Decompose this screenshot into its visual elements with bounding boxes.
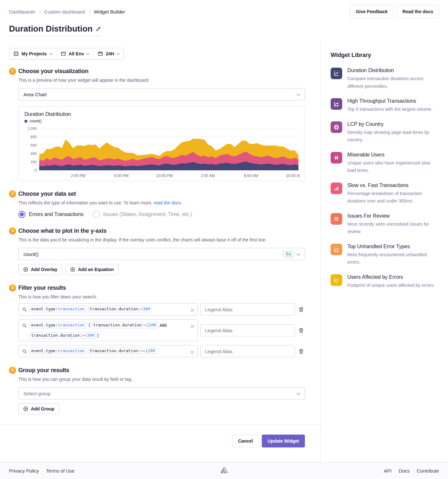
widget-library-item[interactable]: LCP by CountryDensity map showing page l…: [331, 121, 439, 144]
clear-filter-icon[interactable]: [190, 324, 194, 330]
delete-filter-button[interactable]: [297, 348, 305, 355]
radio-selected-icon: [18, 211, 25, 218]
search-token[interactable]: event.type:transaction: [30, 348, 86, 354]
environment-filter[interactable]: All Env: [56, 48, 93, 59]
radio-errors-and-transactions[interactable]: Errors and Transactions: [18, 211, 84, 218]
svg-text:6:00 AM: 6:00 AM: [244, 174, 258, 178]
widget-library-item-title: LCP by Country: [347, 121, 439, 127]
widget-library-item[interactable]: Miserable UsersUnique users who have exp…: [331, 152, 439, 174]
search-token[interactable]: transaction.duration:<300: [88, 306, 152, 312]
update-widget-button[interactable]: Update Widget: [262, 435, 305, 447]
group-select-placeholder: Select group: [23, 391, 50, 396]
widget-library-item[interactable]: Duration DistributionCompare transaction…: [331, 68, 439, 90]
docs-link[interactable]: Docs: [399, 468, 410, 474]
step-dataset: 2 Choose your data set This reflects the…: [9, 191, 305, 218]
step-dataset-subtitle: This reflects the type of information yo…: [18, 200, 305, 205]
legend-alias-input[interactable]: [200, 303, 295, 315]
read-the-docs-button[interactable]: Read the docs: [397, 5, 439, 18]
widget-library-item-description: Percentage breakdown of transaction dura…: [347, 190, 439, 205]
page-filter-bar: My Projects All Env 24H: [9, 48, 124, 60]
projects-filter[interactable]: My Projects: [9, 48, 56, 59]
chevron-down-icon: [49, 52, 52, 55]
widget-library-item[interactable]: Users Affected by ErrorsFootprint of uni…: [331, 274, 439, 289]
search-token[interactable]: event.type:transaction: [30, 322, 86, 328]
chart-legend[interactable]: count(): [24, 119, 300, 123]
delete-filter-button[interactable]: [297, 306, 305, 313]
privacy-policy-link[interactable]: Privacy Policy: [9, 468, 39, 474]
svg-text:800: 800: [31, 135, 37, 139]
search-token[interactable]: event.type:transaction: [30, 306, 86, 312]
widget-library-item[interactable]: Slow vs. Fast TransactionsPercentage bre…: [331, 183, 439, 205]
page-title: Duration Distribution: [9, 24, 101, 36]
page-title-text: Duration Distribution: [9, 24, 93, 34]
read-the-docs-link[interactable]: read the docs.: [154, 200, 182, 205]
radio-label: Issues (States, Assignment, Time, etc.): [103, 211, 192, 217]
filter-row: event.type:transactiontransaction.durati…: [18, 303, 305, 315]
search-icon: [22, 323, 27, 329]
clear-filter-icon[interactable]: [190, 308, 194, 314]
plus-circle-icon: [23, 267, 28, 272]
search-token[interactable]: transaction.duration:>=300: [30, 332, 96, 339]
give-feedback-button[interactable]: Give Feedback: [350, 5, 393, 18]
search-filter-input[interactable]: event.type:transactiontransaction.durati…: [18, 345, 198, 357]
search-token[interactable]: transaction.duration:<1200: [92, 322, 158, 328]
add-equation-button[interactable]: Add an Equation: [65, 264, 118, 275]
widget-library-item[interactable]: Issues For ReviewMost recently seen unre…: [331, 213, 439, 236]
area-chart-icon: [331, 244, 342, 255]
radio-issues[interactable]: Issues (States, Assignment, Time, etc.): [93, 211, 192, 218]
menu-lines-icon: [331, 213, 342, 225]
step-dataset-subtitle-text: This reflects the type of information yo…: [18, 200, 152, 205]
widget-library-item-description: Unique users who have experienced slow l…: [347, 159, 439, 174]
line-chart-icon: [331, 274, 342, 286]
contribute-link[interactable]: Contribute: [417, 468, 439, 474]
search-filter-input[interactable]: event.type:transaction(transaction.durat…: [18, 319, 198, 341]
breadcrumb: Dashboards Custom dashboard Widget Build…: [9, 9, 125, 14]
widget-library-item[interactable]: High Throughput TransactionsTop 5 transa…: [331, 98, 439, 113]
step-dataset-title: Choose your data set: [18, 191, 305, 197]
legend-dot: [24, 120, 27, 123]
widget-library-item-description: Footprint of unique users affected by er…: [347, 282, 434, 289]
widget-library-item[interactable]: Top Unhandled Error TypesMost frequently…: [331, 244, 439, 266]
sentry-logo-icon[interactable]: [220, 467, 228, 475]
step-number-badge: 5: [9, 367, 16, 374]
svg-text:200: 200: [31, 160, 37, 164]
chevron-down-icon: [87, 52, 90, 55]
svg-text:400: 400: [31, 152, 37, 155]
legend-alias-input[interactable]: [200, 324, 295, 336]
svg-text:600: 600: [31, 143, 37, 147]
add-group-button[interactable]: Add Group: [18, 403, 59, 414]
add-overlay-button[interactable]: Add Overlay: [18, 264, 62, 275]
svg-text:0: 0: [35, 168, 37, 172]
step-group-title: Group your results: [18, 367, 305, 374]
cancel-button[interactable]: Cancel: [232, 435, 259, 447]
search-filter-input[interactable]: event.type:transactiontransaction.durati…: [18, 303, 198, 315]
chevron-right-icon: [88, 10, 90, 13]
visualization-type-value: Area Chart: [23, 92, 47, 97]
delete-filter-button[interactable]: [297, 327, 305, 334]
step-group-subtitle: This is how you can group your data resu…: [18, 377, 305, 382]
clear-filter-icon[interactable]: [190, 350, 194, 355]
paren-token: (: [88, 322, 91, 328]
step-number-badge: 4: [9, 284, 16, 291]
svg-text:2:00 PM: 2:00 PM: [71, 174, 86, 178]
widget-library-item-title: Miserable Users: [347, 152, 439, 158]
search-token[interactable]: transaction.duration:>=1200: [88, 348, 157, 354]
breadcrumb-dashboards[interactable]: Dashboards: [9, 9, 35, 14]
chevron-right-icon: [38, 10, 41, 13]
widget-library-item-title: Users Affected by Errors: [347, 274, 434, 280]
step-visualization: 1 Choose your visualization This is a pr…: [9, 68, 305, 181]
breadcrumb-custom-dashboard[interactable]: Custom dashboard: [44, 9, 85, 14]
legend-alias-input[interactable]: [200, 345, 295, 357]
step-number-badge: 2: [9, 190, 16, 197]
plus-circle-icon: [70, 267, 75, 272]
widget-library-item-title: Issues For Review: [347, 213, 439, 219]
top-bar: Dashboards Custom dashboard Widget Build…: [0, 0, 448, 18]
api-link[interactable]: API: [384, 468, 391, 474]
terms-of-use-link[interactable]: Terms of Use: [46, 468, 74, 474]
visualization-type-select[interactable]: Area Chart: [18, 88, 305, 100]
step-number-badge: 3: [9, 227, 16, 234]
group-select[interactable]: Select group: [18, 387, 305, 399]
edit-pencil-icon[interactable]: [96, 26, 101, 32]
y-axis-field-select[interactable]: count() f(x): [18, 248, 305, 260]
time-range-filter[interactable]: 24H: [93, 48, 123, 59]
